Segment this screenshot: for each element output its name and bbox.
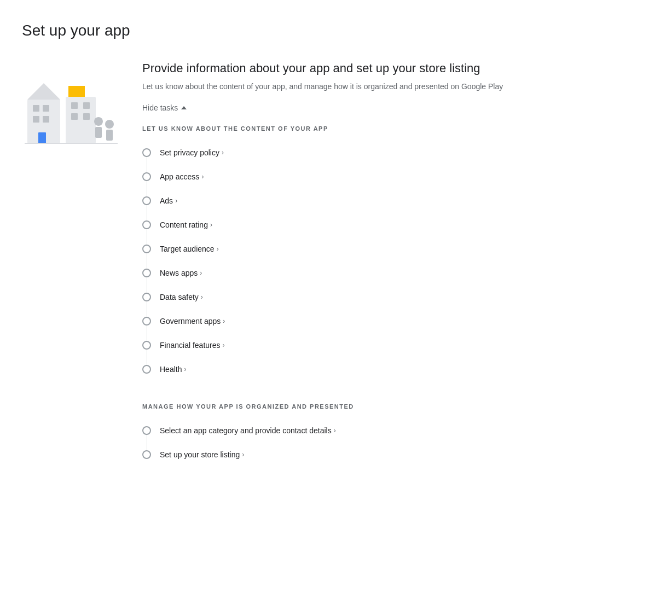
task-list-manage: Select an app category and provide conta…	[142, 419, 650, 467]
svg-rect-3	[33, 116, 39, 123]
hide-tasks-label: Hide tasks	[142, 103, 178, 112]
task-item-data-safety: Data safety ›	[142, 285, 650, 309]
task-circle-ads	[142, 196, 151, 205]
task-label-health: Health	[160, 365, 182, 374]
svg-point-15	[105, 120, 114, 129]
chevron-right-icon: ›	[184, 365, 186, 373]
task-circle-data-safety	[142, 293, 151, 301]
task-circle-government-apps	[142, 317, 151, 326]
task-item-news-apps: News apps ›	[142, 261, 650, 285]
task-label-target-audience: Target audience	[160, 245, 215, 253]
task-link-government-apps[interactable]: Government apps ›	[160, 317, 225, 326]
task-group-content-label: LET US KNOW ABOUT THE CONTENT OF YOUR AP…	[142, 125, 650, 132]
task-item-app-category: Select an app category and provide conta…	[142, 419, 650, 443]
chevron-right-icon: ›	[334, 427, 336, 434]
task-group-manage-label: MANAGE HOW YOUR APP IS ORGANIZED AND PRE…	[142, 403, 650, 410]
task-link-privacy-policy[interactable]: Set privacy policy ›	[160, 148, 224, 157]
task-label-ads: Ads	[160, 196, 173, 205]
chevron-right-icon: ›	[201, 173, 204, 181]
chevron-right-icon: ›	[223, 317, 225, 325]
main-content: Provide information about your app and s…	[22, 61, 650, 489]
task-link-ads[interactable]: Ads ›	[160, 196, 177, 205]
svg-rect-14	[95, 127, 102, 138]
svg-point-13	[94, 117, 103, 126]
task-item-store-listing: Set up your store listing ›	[142, 443, 650, 467]
section-heading: Provide information about your app and s…	[142, 61, 650, 75]
task-item-financial-features: Financial features ›	[142, 333, 650, 357]
task-label-app-access: App access	[160, 172, 199, 181]
content-area: Provide information about your app and s…	[142, 61, 650, 489]
task-label-privacy-policy: Set privacy policy	[160, 148, 219, 157]
svg-rect-11	[71, 113, 78, 120]
chevron-right-icon: ›	[222, 149, 224, 156]
task-item-app-access: App access ›	[142, 165, 650, 189]
task-circle-content-rating	[142, 220, 151, 229]
task-link-store-listing[interactable]: Set up your store listing ›	[160, 450, 244, 459]
hide-tasks-button[interactable]: Hide tasks	[142, 103, 187, 112]
task-label-content-rating: Content rating	[160, 220, 208, 229]
task-link-data-safety[interactable]: Data safety ›	[160, 293, 203, 301]
task-label-news-apps: News apps	[160, 269, 198, 277]
svg-rect-1	[33, 105, 39, 112]
task-circle-news-apps	[142, 269, 151, 277]
task-group-manage: MANAGE HOW YOUR APP IS ORGANIZED AND PRE…	[142, 403, 650, 467]
chevron-right-icon: ›	[217, 245, 219, 253]
svg-marker-7	[68, 86, 85, 97]
task-circle-app-access	[142, 172, 151, 181]
svg-rect-8	[66, 97, 96, 143]
task-label-data-safety: Data safety	[160, 293, 199, 301]
task-circle-health	[142, 365, 151, 374]
svg-rect-16	[106, 130, 113, 141]
task-circle-target-audience	[142, 245, 151, 253]
task-circle-store-listing	[142, 450, 151, 459]
illustration	[22, 67, 120, 154]
chevron-right-icon: ›	[210, 221, 212, 229]
chevron-up-icon	[181, 106, 187, 109]
task-item-content-rating: Content rating ›	[142, 213, 650, 237]
svg-rect-10	[83, 102, 90, 109]
task-item-government-apps: Government apps ›	[142, 309, 650, 333]
chevron-right-icon: ›	[242, 451, 244, 458]
task-group-content: LET US KNOW ABOUT THE CONTENT OF YOUR AP…	[142, 125, 650, 381]
chevron-right-icon: ›	[200, 269, 202, 277]
svg-marker-6	[27, 83, 60, 100]
task-list-content: Set privacy policy › App access › Ads	[142, 141, 650, 381]
chevron-right-icon: ›	[223, 341, 225, 349]
task-item-ads: Ads ›	[142, 189, 650, 213]
task-circle-financial-features	[142, 341, 151, 350]
task-label-store-listing: Set up your store listing	[160, 450, 240, 459]
task-item-health: Health ›	[142, 357, 650, 381]
task-link-app-category[interactable]: Select an app category and provide conta…	[160, 426, 336, 435]
task-link-target-audience[interactable]: Target audience ›	[160, 245, 219, 253]
task-link-financial-features[interactable]: Financial features ›	[160, 341, 225, 350]
svg-rect-2	[43, 105, 49, 112]
chevron-right-icon: ›	[175, 197, 177, 205]
task-label-financial-features: Financial features	[160, 341, 221, 350]
chevron-right-icon: ›	[201, 293, 203, 301]
task-item-target-audience: Target audience ›	[142, 237, 650, 261]
task-label-app-category: Select an app category and provide conta…	[160, 426, 332, 435]
svg-rect-9	[71, 102, 78, 109]
task-circle-app-category	[142, 426, 151, 435]
page-title: Set up your app	[22, 22, 650, 39]
svg-rect-4	[43, 116, 49, 123]
task-link-app-access[interactable]: App access ›	[160, 172, 204, 181]
svg-rect-12	[83, 113, 90, 120]
section-subtitle: Let us know about the content of your ap…	[142, 81, 650, 92]
task-link-content-rating[interactable]: Content rating ›	[160, 220, 212, 229]
task-label-government-apps: Government apps	[160, 317, 221, 326]
task-item-privacy-policy: Set privacy policy ›	[142, 141, 650, 165]
svg-rect-5	[38, 132, 46, 143]
task-link-health[interactable]: Health ›	[160, 365, 186, 374]
task-circle-privacy-policy	[142, 148, 151, 157]
task-link-news-apps[interactable]: News apps ›	[160, 269, 202, 277]
